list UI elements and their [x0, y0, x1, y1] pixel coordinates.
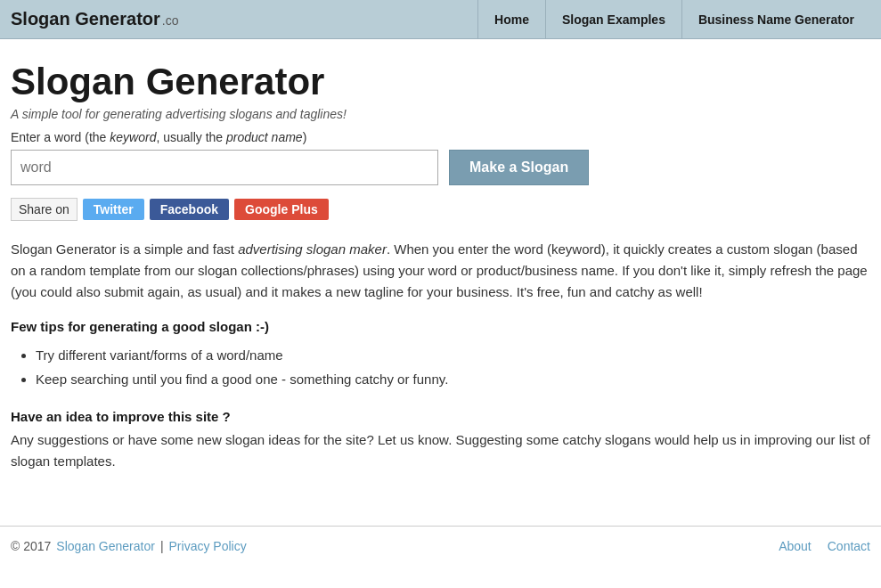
tips-list: Try different variant/forms of a word/na… — [11, 343, 870, 391]
page-subtitle: A simple tool for generating advertising… — [11, 107, 870, 121]
word-input[interactable] — [11, 150, 438, 185]
footer-left: © 2017 Slogan Generator | Privacy Policy — [11, 539, 247, 553]
header: Slogan Generator .co Home Slogan Example… — [0, 0, 881, 39]
input-label-plain: Enter a word (the — [11, 130, 110, 144]
nav: Home Slogan Examples Business Name Gener… — [477, 0, 870, 38]
logo-main: Slogan Generator — [11, 9, 160, 29]
improve-heading: Have an idea to improve this site ? — [11, 409, 870, 424]
nav-business-name-generator[interactable]: Business Name Generator — [681, 0, 870, 38]
footer-right: About Contact — [779, 539, 870, 553]
tip-2: Keep searching until you find a good one… — [36, 367, 870, 391]
make-slogan-button[interactable]: Make a Slogan — [449, 150, 589, 185]
nav-slogan-examples[interactable]: Slogan Examples — [545, 0, 681, 38]
footer-copyright: © 2017 — [11, 539, 51, 553]
desc-plain1: Slogan Generator is a simple and fast — [11, 241, 238, 257]
input-label-end: ) — [303, 130, 307, 144]
footer-contact-link[interactable]: Contact — [828, 539, 870, 553]
input-label-keyword: keyword — [110, 130, 156, 144]
page-title: Slogan Generator — [11, 61, 870, 103]
tip-1: Try different variant/forms of a word/na… — [36, 343, 870, 367]
share-row: Share on Twitter Facebook Google Plus — [11, 198, 870, 221]
input-label: Enter a word (the keyword, usually the p… — [11, 130, 870, 144]
footer-divider: | — [160, 539, 164, 553]
nav-home[interactable]: Home — [477, 0, 545, 38]
share-twitter-button[interactable]: Twitter — [83, 199, 144, 220]
share-google-button[interactable]: Google Plus — [234, 199, 329, 220]
footer-site-link[interactable]: Slogan Generator — [56, 539, 155, 553]
input-row: Make a Slogan — [11, 150, 870, 185]
share-label: Share on — [11, 198, 77, 221]
footer: © 2017 Slogan Generator | Privacy Policy… — [0, 526, 881, 566]
input-label-middle: , usually the — [156, 130, 226, 144]
description: Slogan Generator is a simple and fast ad… — [11, 239, 870, 303]
logo-suffix: .co — [162, 13, 179, 28]
share-facebook-button[interactable]: Facebook — [150, 199, 229, 220]
main-content: Slogan Generator A simple tool for gener… — [0, 39, 881, 490]
input-label-product: product name — [226, 130, 303, 144]
logo-area: Slogan Generator .co — [11, 9, 179, 29]
footer-privacy-link[interactable]: Privacy Policy — [169, 539, 247, 553]
footer-about-link[interactable]: About — [779, 539, 812, 553]
desc-italic: advertising slogan maker — [238, 241, 387, 257]
tips-heading: Few tips for generating a good slogan :-… — [11, 319, 870, 334]
improve-text: Any suggestions or have some new slogan … — [11, 429, 870, 472]
